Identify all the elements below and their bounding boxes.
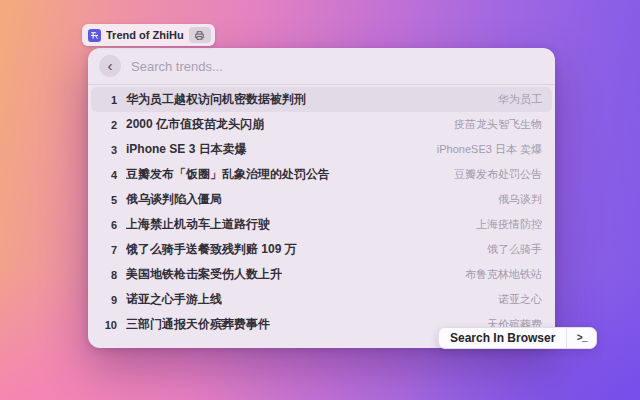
trend-rank: 6: [99, 219, 117, 231]
trend-keyword: 诺亚之心: [488, 292, 542, 307]
trend-rank: 4: [99, 169, 117, 181]
trend-rank: 8: [99, 269, 117, 281]
search-in-browser-button[interactable]: Search In Browser >_: [438, 327, 597, 349]
trend-keyword: 华为员工: [488, 92, 542, 107]
trend-title: 上海禁止机动车上道路行驶: [126, 216, 270, 233]
desktop-background: Trend of ZhiHu ‹ 1 华为员工越权访问机密数据被判刑 华为员工 …: [0, 0, 640, 400]
trend-keyword: 饿了么骑手: [477, 242, 542, 257]
trend-title: 俄乌谈判陷入僵局: [126, 191, 222, 208]
trend-keyword: iPhoneSE3 日本 卖爆: [427, 142, 542, 157]
trend-row[interactable]: 8 美国地铁枪击案受伤人数上升 布鲁克林地铁站: [91, 262, 552, 287]
trend-row[interactable]: 3 iPhone SE 3 日本卖爆 iPhoneSE3 日本 卖爆: [91, 137, 552, 162]
trend-title: 豆瓣发布「饭圈」乱象治理的处罚公告: [126, 166, 330, 183]
trend-rank: 9: [99, 294, 117, 306]
trend-rank: 10: [99, 319, 117, 331]
extension-tag-pill[interactable]: Trend of ZhiHu: [82, 24, 215, 46]
trend-title: 诺亚之心手游上线: [126, 291, 222, 308]
trend-rank: 2: [99, 119, 117, 131]
extension-tag-label: Trend of ZhiHu: [106, 29, 184, 41]
trend-row[interactable]: 7 饿了么骑手送餐致残判赔 109 万 饿了么骑手: [91, 237, 552, 262]
trend-keyword: 疫苗龙头智飞生物: [444, 117, 542, 132]
printer-icon[interactable]: [189, 27, 211, 43]
trend-row[interactable]: 5 俄乌谈判陷入僵局 俄乌谈判: [91, 187, 552, 212]
trend-keyword: 豆瓣发布处罚公告: [444, 167, 542, 182]
trend-keyword: 布鲁克林地铁站: [455, 267, 542, 282]
trend-title: 美国地铁枪击案受伤人数上升: [126, 266, 282, 283]
trend-rank: 3: [99, 144, 117, 156]
trend-keyword: 俄乌谈判: [488, 192, 542, 207]
trend-rank: 7: [99, 244, 117, 256]
trend-row[interactable]: 9 诺亚之心手游上线 诺亚之心: [91, 287, 552, 312]
terminal-shortcut-icon: >_: [566, 328, 596, 348]
search-in-browser-label: Search In Browser: [439, 328, 566, 348]
trend-rank: 1: [99, 94, 117, 106]
trend-title: 2000 亿市值疫苗龙头闪崩: [126, 116, 264, 133]
trend-title: 饿了么骑手送餐致残判赔 109 万: [126, 241, 297, 258]
trend-title: 华为员工越权访问机密数据被判刑: [126, 91, 306, 108]
trend-title: iPhone SE 3 日本卖爆: [126, 141, 247, 158]
back-button[interactable]: ‹: [99, 55, 121, 77]
search-bar: ‹: [88, 48, 555, 85]
zhihu-extension-icon: [88, 29, 101, 42]
trend-row[interactable]: 6 上海禁止机动车上道路行驶 上海疫情防控: [91, 212, 552, 237]
trend-list: 1 华为员工越权访问机密数据被判刑 华为员工 2 2000 亿市值疫苗龙头闪崩 …: [88, 85, 555, 337]
search-input[interactable]: [131, 59, 544, 74]
trend-rank: 5: [99, 194, 117, 206]
trend-row[interactable]: 2 2000 亿市值疫苗龙头闪崩 疫苗龙头智飞生物: [91, 112, 552, 137]
trend-row[interactable]: 1 华为员工越权访问机密数据被判刑 华为员工: [91, 87, 552, 112]
trends-popup-window: ‹ 1 华为员工越权访问机密数据被判刑 华为员工 2 2000 亿市值疫苗龙头闪…: [88, 48, 555, 348]
trend-keyword: 上海疫情防控: [466, 217, 542, 232]
trend-title: 三部门通报天价殡葬费事件: [126, 316, 270, 333]
trend-row[interactable]: 4 豆瓣发布「饭圈」乱象治理的处罚公告 豆瓣发布处罚公告: [91, 162, 552, 187]
